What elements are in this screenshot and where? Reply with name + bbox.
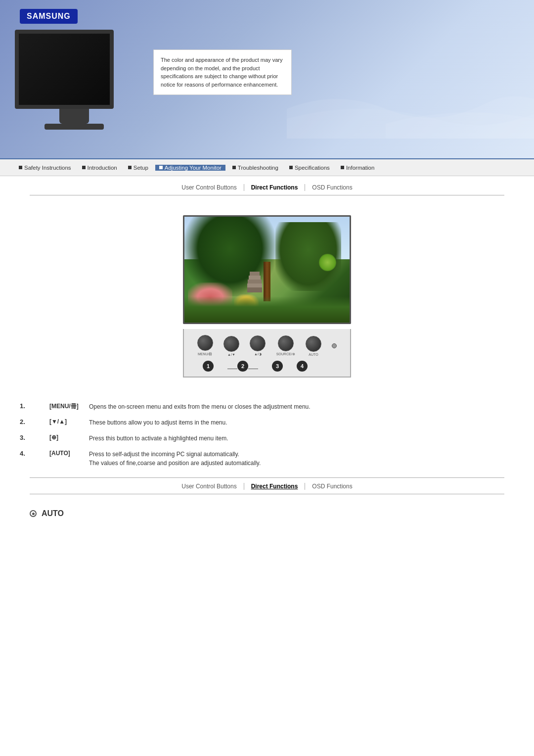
top-tab-nav: User Control Buttons Direct Functions OS… [30, 176, 504, 195]
auto-button[interactable] [306, 336, 321, 352]
power-indicator [332, 343, 337, 348]
inst-key-3: [⊕] [49, 434, 89, 441]
disclaimer-text: The color and appearance of the product … [161, 57, 282, 88]
pagoda [247, 272, 262, 296]
inst-key-2: [▼/▲] [49, 418, 89, 425]
callout-4-group: 4 [297, 361, 308, 372]
inst-desc-3: Press this button to activate a highligh… [89, 434, 228, 443]
nav-bar: Safety Instructions Introduction Setup A… [0, 158, 534, 176]
nav-item-introduction[interactable]: Introduction [78, 165, 121, 171]
bottom-tab-nav: User Control Buttons Direct Functions OS… [30, 477, 504, 494]
nav-item-adjusting[interactable]: Adjusting Your Monitor [155, 165, 225, 171]
garden-image [183, 215, 351, 324]
callout-3-group: 3 [272, 361, 283, 372]
instructions-list: 1. [MENU/冊] Opens the on-screen menu and… [20, 402, 534, 468]
callout-1-group: 1 [203, 361, 214, 372]
bracket-right [248, 369, 258, 369]
instruction-item-1: 1. [MENU/冊] Opens the on-screen menu and… [20, 402, 534, 411]
disclaimer-box: The color and appearance of the product … [153, 49, 292, 95]
up-button[interactable] [223, 336, 239, 352]
menu-button-label: MENU/冊 [198, 352, 213, 357]
source-button-group: SOURCE/⊕ [276, 335, 295, 356]
source-button-label: SOURCE/⊕ [276, 352, 295, 356]
tab-direct-functions-bottom[interactable]: Direct Functions [244, 483, 306, 490]
nav-bullet-specifications [289, 166, 293, 169]
inst-key-4: [AUTO] [49, 450, 89, 457]
nav-item-troubleshooting[interactable]: Troubleshooting [228, 165, 282, 171]
monitor-illustration [15, 30, 134, 134]
callout-2-group: 2 [227, 361, 258, 372]
auto-label: AUTO [42, 509, 64, 518]
button-row: MENU/冊 ▲/▼ ▲/◑ SOURCE/⊕ [192, 335, 342, 357]
inst-number-4: 4. [20, 450, 49, 457]
inst-number-3: 3. [20, 434, 49, 441]
instruction-item-3: 3. [⊕] Press this button to activate a h… [20, 434, 534, 443]
callout-2: 2 [237, 361, 248, 372]
menu-button-group: MENU/冊 [197, 335, 213, 357]
nav-item-safety[interactable]: Safety Instructions [15, 165, 75, 171]
nav-bullet-adjusting [159, 166, 163, 169]
tab-osd-functions-bottom[interactable]: OSD Functions [305, 483, 359, 490]
auto-circle-icon [30, 510, 37, 517]
source-button[interactable] [278, 335, 294, 351]
callout-4: 4 [297, 361, 308, 372]
nav-item-specifications[interactable]: Specifications [285, 165, 334, 171]
adjust-button-group: ▲/◑ [250, 335, 266, 356]
nav-bullet-troubleshooting [232, 166, 236, 169]
button-panel: MENU/冊 ▲/▼ ▲/◑ SOURCE/⊕ [183, 329, 351, 378]
instruction-item-2: 2. [▼/▲] These buttons allow you to adju… [20, 418, 534, 427]
monitor-display [30, 215, 504, 324]
inst-desc-1: Opens the on-screen menu and exits from … [89, 402, 311, 411]
callout-3: 3 [272, 361, 283, 372]
nav-item-information[interactable]: Information [337, 165, 379, 171]
tab-direct-functions-top[interactable]: Direct Functions [244, 184, 306, 191]
button-panel-wrapper: MENU/冊 ▲/▼ ▲/◑ SOURCE/⊕ [30, 329, 504, 378]
menu-button[interactable] [197, 335, 213, 351]
main-content: MENU/冊 ▲/▼ ▲/◑ SOURCE/⊕ [0, 195, 534, 387]
green-orb [319, 254, 336, 271]
bracket-left [227, 369, 237, 369]
wave-decoration [287, 79, 534, 139]
up-button-label: ▲/▼ [227, 353, 235, 356]
adjust-button[interactable] [250, 335, 266, 351]
inst-desc-4: Press to self-adjust the incoming PC sig… [89, 450, 261, 468]
banner: SAMSUNG The color and appearance of the … [0, 0, 534, 158]
auto-button-group: AUTO [306, 336, 321, 356]
inst-number-2: 2. [20, 418, 49, 425]
callout-row: 1 2 3 4 [192, 359, 342, 372]
nav-bullet-information [341, 166, 344, 169]
nav-bullet-introduction [82, 166, 86, 169]
inst-desc-2: These buttons allow you to adjust items … [89, 418, 227, 427]
inst-number-1: 1. [20, 402, 49, 410]
nav-bullet-safety [19, 166, 22, 169]
auto-button-label: AUTO [309, 353, 318, 356]
up-button-group: ▲/▼ [223, 336, 239, 356]
inst-key-1: [MENU/冊] [49, 402, 89, 411]
tab-user-control-top[interactable]: User Control Buttons [175, 184, 244, 191]
nav-item-setup[interactable]: Setup [124, 165, 152, 171]
instruction-item-4: 4. [AUTO] Press to self-adjust the incom… [20, 450, 534, 468]
tree-trunk [264, 262, 270, 301]
samsung-logo: SAMSUNG [20, 9, 78, 24]
tab-osd-functions-top[interactable]: OSD Functions [305, 184, 359, 191]
nav-bullet-setup [128, 166, 132, 169]
ground [184, 296, 350, 323]
auto-section: AUTO [0, 504, 534, 538]
adjust-button-label: ▲/◑ [254, 352, 262, 356]
callout-1: 1 [203, 361, 214, 372]
tab-user-control-bottom[interactable]: User Control Buttons [175, 483, 244, 490]
power-button-group [332, 343, 337, 348]
